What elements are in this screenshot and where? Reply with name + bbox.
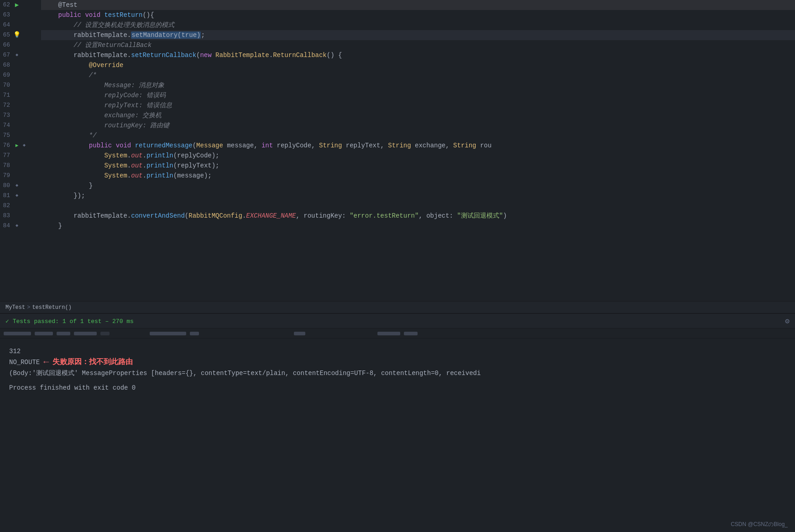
- line-number: 81: [0, 191, 14, 201]
- code-line: 84◆ }: [0, 221, 795, 231]
- output-line-1: 312: [9, 346, 786, 357]
- code-content: /*: [41, 70, 795, 80]
- line-number: 73: [0, 110, 14, 120]
- code-line: 62▶ @Test: [0, 0, 795, 10]
- code-content: // 设置ReturnCallBack: [41, 40, 795, 50]
- code-content: exchange: 交换机: [41, 110, 795, 120]
- breadcrumb-separator: >: [27, 304, 30, 311]
- output-number: 312: [9, 346, 21, 357]
- breadcrumb-part1: MyTest: [5, 304, 25, 311]
- code-content: System.out.println(message);: [41, 171, 795, 181]
- code-content: }: [41, 221, 795, 231]
- line-number: 68: [0, 60, 14, 70]
- code-line: 82: [0, 201, 795, 211]
- line-number: 74: [0, 120, 14, 130]
- test-status-text: ✓ Tests passed: 1 of 1 test – 270 ms: [5, 318, 134, 325]
- code-content: rabbitTemplate.setMandatory(true);: [41, 30, 795, 40]
- code-line: 72 replyText: 错误信息: [0, 100, 795, 110]
- code-content: replyText: 错误信息: [41, 100, 795, 110]
- output-area: 312 NO_ROUTE ← 失败原因：找不到此路由 (Body:'测试回退模式…: [0, 339, 795, 430]
- code-content: public void returnedMessage(Message mess…: [41, 141, 795, 151]
- line-number: 76: [0, 141, 14, 151]
- line-number: 63: [0, 10, 14, 20]
- line-number: 72: [0, 100, 14, 110]
- watermark: CSDN @CSNZのBlog_: [731, 521, 788, 528]
- output-line-2: NO_ROUTE ← 失败原因：找不到此路由: [9, 357, 786, 368]
- bookmark-icon[interactable]: ◆: [21, 142, 27, 149]
- breadcrumb-part2: testReturn(): [32, 304, 71, 311]
- scroll-thumb-7: [190, 332, 199, 335]
- code-content: replyCode: 错误码: [41, 90, 795, 100]
- scroll-thumb-3: [57, 332, 70, 335]
- code-content: @Override: [41, 60, 795, 70]
- code-line: 71 replyCode: 错误码: [0, 90, 795, 100]
- output-no-route: NO_ROUTE: [9, 357, 40, 368]
- failure-reason-text: 失败原因：找不到此路由: [52, 357, 133, 368]
- code-line: 78 System.out.println(replyText);: [0, 161, 795, 171]
- line-number: 82: [0, 201, 14, 211]
- code-line: 63 public void testReturn(){: [0, 10, 795, 20]
- code-content: System.out.println(replyText);: [41, 161, 795, 171]
- output-body-text: (Body:'测试回退模式' MessageProperties [header…: [9, 368, 481, 379]
- code-editor: 62▶ @Test63 public void testReturn(){64 …: [0, 0, 795, 301]
- code-line: 65💡 rabbitTemplate.setMandatory(true);: [0, 30, 795, 40]
- code-line: 70 Message: 消息对象: [0, 80, 795, 90]
- code-line: 81◆ });: [0, 191, 795, 201]
- line-number: 62: [0, 0, 14, 10]
- code-content: public void testReturn(){: [41, 10, 795, 20]
- code-content: Message: 消息对象: [41, 80, 795, 90]
- code-content: rabbitTemplate.convertAndSend(RabbitMQCo…: [41, 211, 795, 221]
- code-line: 69 /*: [0, 70, 795, 80]
- line-number: 70: [0, 80, 14, 90]
- code-content: */: [41, 130, 795, 141]
- line-number: 77: [0, 151, 14, 161]
- bulb-icon[interactable]: 💡: [14, 32, 20, 38]
- run-green-icon[interactable]: ▶: [14, 142, 20, 149]
- code-content: @Test: [41, 0, 795, 10]
- scroll-thumb-10: [404, 332, 418, 335]
- code-content: routingKey: 路由键: [41, 120, 795, 130]
- bookmark-icon[interactable]: ◆: [14, 52, 20, 58]
- scrollbar[interactable]: [0, 329, 795, 339]
- code-line: 79 System.out.println(message);: [0, 171, 795, 181]
- code-line: 68 @Override: [0, 60, 795, 70]
- process-finished: Process finished with exit code 0: [9, 382, 786, 393]
- line-number: 65: [0, 30, 14, 40]
- line-number: 66: [0, 40, 14, 50]
- line-number: 79: [0, 171, 14, 181]
- line-number: 75: [0, 130, 14, 141]
- bookmark-icon[interactable]: ◆: [14, 183, 20, 189]
- breadcrumb: MyTest > testReturn(): [0, 301, 795, 313]
- bookmark-icon[interactable]: ◆: [14, 193, 20, 199]
- code-line: 74 routingKey: 路由键: [0, 120, 795, 130]
- scroll-thumb-9: [377, 332, 400, 335]
- scroll-thumb-8: [294, 332, 305, 335]
- test-status: ✓ Tests passed: 1 of 1 test – 270 ms: [5, 318, 134, 325]
- scroll-thumb-5: [100, 332, 110, 335]
- line-number: 71: [0, 90, 14, 100]
- line-number: 80: [0, 181, 14, 191]
- settings-icon[interactable]: ⚙: [785, 317, 790, 326]
- code-line: 77 System.out.println(replyCode);: [0, 151, 795, 161]
- code-line: 67◆ rabbitTemplate.setReturnCallback(new…: [0, 50, 795, 60]
- line-number: 84: [0, 221, 14, 231]
- scroll-thumb-6: [150, 332, 186, 335]
- line-number: 78: [0, 161, 14, 171]
- process-finished-text: Process finished with exit code 0: [9, 384, 136, 391]
- run-icon[interactable]: ▶: [14, 2, 20, 8]
- code-content: [41, 201, 795, 211]
- code-line: 73 exchange: 交换机: [0, 110, 795, 120]
- code-content: System.out.println(replyCode);: [41, 151, 795, 161]
- scroll-thumb-1: [4, 332, 31, 335]
- bookmark-icon[interactable]: ◆: [14, 223, 20, 229]
- bottom-panel: ✓ Tests passed: 1 of 1 test – 270 ms ⚙ 3…: [0, 313, 795, 430]
- scroll-thumb-2: [35, 332, 53, 335]
- line-number: 67: [0, 50, 14, 60]
- line-number: 64: [0, 20, 14, 30]
- line-number: 69: [0, 70, 14, 80]
- code-content: }: [41, 181, 795, 191]
- code-line: 83 rabbitTemplate.convertAndSend(RabbitM…: [0, 211, 795, 221]
- output-line-body: (Body:'测试回退模式' MessageProperties [header…: [9, 368, 786, 379]
- scroll-thumb-4: [74, 332, 97, 335]
- code-line: 64 // 设置交换机处理失败消息的模式: [0, 20, 795, 30]
